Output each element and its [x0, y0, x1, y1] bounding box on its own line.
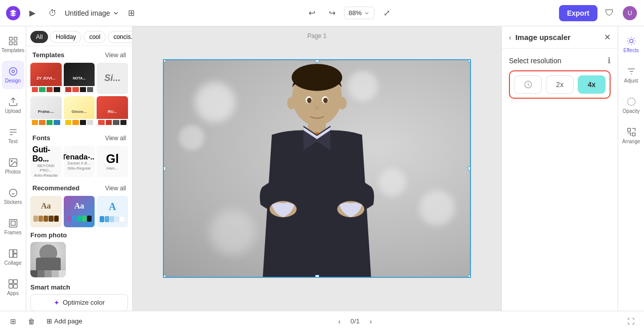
color-card-1[interactable]: Aa	[30, 196, 62, 227]
right-sidebar-adjust-label: Adjust	[624, 78, 638, 84]
logo-icon[interactable]	[6, 6, 20, 20]
sidebar-item-design[interactable]: Design	[2, 61, 24, 89]
right-sidebar-opacity[interactable]: Opacity	[620, 91, 642, 119]
add-page-button[interactable]: ⊞ Add page	[42, 314, 87, 328]
fonts-section-header: Fonts View all	[26, 129, 132, 144]
handle-mid-left[interactable]	[163, 167, 166, 171]
sidebar-item-upload[interactable]: Upload	[2, 91, 24, 119]
sidebar-item-text[interactable]: Text	[2, 121, 24, 150]
resolution-label: Select resolution	[509, 57, 562, 65]
fullscreen-button[interactable]: ⛶	[624, 314, 638, 328]
next-page-button[interactable]: ›	[364, 314, 378, 328]
zoom-fit-button[interactable]: ⤢	[378, 5, 395, 21]
handle-bottom-mid[interactable]	[315, 275, 319, 278]
color-card-2[interactable]: Aa	[64, 196, 95, 227]
fonts-grid: Guti-Bo... BEYOND PRO... Anto-Regular Te…	[26, 144, 132, 179]
template-card-5[interactable]: Glooo...	[64, 96, 95, 128]
topbar-center: ↩ ↪ 88% ⤢	[304, 5, 395, 21]
template-card-6[interactable]: RU...	[97, 96, 128, 128]
svg-rect-1	[14, 37, 17, 40]
svg-point-31	[627, 98, 635, 106]
svg-point-25	[307, 98, 312, 103]
template-card-3[interactable]: Si...	[97, 63, 128, 94]
color-swatches-3	[100, 216, 125, 222]
bottom-left: ⊞ 🗑 ⊞ Add page	[6, 314, 87, 328]
right-sidebar-arrange-label: Arrange	[622, 139, 640, 144]
right-sidebar-arrange[interactable]: Arrange	[620, 121, 642, 150]
fonts-view-all[interactable]: View all	[105, 135, 126, 142]
fonts-label: Fonts	[32, 134, 50, 142]
templates-view-all[interactable]: View all	[105, 52, 126, 59]
upscaler-close-button[interactable]: ✕	[604, 32, 611, 42]
export-button[interactable]: Export	[559, 5, 597, 21]
canvas-frame[interactable]: ⊡ ••• ↻	[163, 59, 471, 278]
play-button[interactable]: ▶	[24, 5, 40, 21]
layout-button[interactable]: ⊞	[123, 5, 140, 21]
filter-holiday[interactable]: Holiday	[50, 31, 81, 43]
font-display-2: Tenada-...	[64, 152, 95, 161]
optimize-color-button[interactable]: ✦ Optimize color	[30, 294, 128, 311]
upscaler-header-left: ‹ Image upscaler	[509, 33, 571, 42]
resolution-header: Select resolution ℹ	[509, 56, 611, 65]
right-sidebar-adjust[interactable]: Adjust	[620, 61, 642, 89]
prev-page-button[interactable]: ‹	[332, 314, 347, 328]
svg-rect-2	[9, 42, 12, 45]
filter-cool[interactable]: cool	[83, 31, 106, 43]
grid-toggle-button[interactable]: ⊞	[6, 314, 20, 328]
sidebar-item-templates[interactable]: Templates	[2, 30, 24, 59]
handle-top-mid[interactable]	[315, 59, 319, 62]
resolution-info-icon[interactable]: ℹ	[608, 56, 611, 65]
timer-button[interactable]: ⏱	[45, 5, 61, 21]
templates-grid: ZY JOVI... NOTA...	[26, 61, 132, 129]
font-card-3[interactable]: Gl Ham...	[97, 146, 128, 177]
font-sub-1: BEYOND PRO...	[32, 164, 60, 173]
sidebar-item-collage[interactable]: Collage	[2, 243, 24, 271]
topbar: ▶ ⏱ Untitled image ⊞ ↩ ↪ 88% ⤢ Export 🛡 …	[0, 0, 644, 26]
resolution-2x-button[interactable]: 2x	[546, 75, 574, 94]
sidebar-item-stickers[interactable]: Stickers	[2, 182, 24, 211]
filter-all[interactable]: All	[30, 31, 48, 43]
handle-top-right[interactable]	[468, 59, 471, 62]
resolution-none-button[interactable]	[514, 75, 542, 94]
handle-bottom-right[interactable]	[468, 275, 471, 278]
sidebar-item-apps[interactable]: Apps	[2, 273, 24, 302]
handle-top-left[interactable]	[163, 59, 166, 62]
upscaler-back-button[interactable]: ‹	[509, 33, 511, 42]
left-sidebar: Templates Design Upload Text Photos Stic…	[0, 26, 26, 311]
from-photo-header: From photo	[30, 231, 128, 242]
delete-page-button[interactable]: 🗑	[24, 314, 38, 328]
smart-match-label: Smart match	[30, 283, 128, 294]
sidebar-item-stickers-label: Stickers	[4, 199, 22, 205]
svg-point-5	[9, 68, 17, 75]
handle-mid-right[interactable]	[468, 167, 471, 171]
photo-thumbnail[interactable]	[30, 242, 66, 277]
sidebar-item-frames[interactable]: Frames	[2, 213, 24, 241]
zoom-control[interactable]: 88%	[344, 7, 374, 19]
color-card-3[interactable]: A	[97, 196, 128, 227]
template-card-2[interactable]: NOTA...	[64, 63, 95, 94]
page-label: Page 1	[307, 32, 326, 39]
font-sub-5: Ham...	[106, 167, 118, 171]
color-card-text-2: Aa	[74, 201, 84, 211]
user-avatar[interactable]: U	[622, 5, 638, 21]
right-sidebar: Effects Adjust Opacity Arrange	[618, 26, 644, 311]
font-card-2[interactable]: Tenada-... Zacbel X-E... Stilu-Regular	[64, 146, 95, 177]
font-card-1[interactable]: Guti-Bo... BEYOND PRO... Anto-Regular	[30, 146, 62, 177]
colors-view-all[interactable]: View all	[105, 185, 126, 192]
resolution-4x-button[interactable]: 4x	[578, 75, 606, 94]
color-card-text-1: Aa	[41, 201, 51, 211]
undo-button[interactable]: ↩	[304, 5, 320, 21]
template-card-1[interactable]: ZY JOVI...	[30, 63, 62, 94]
sidebar-item-photos[interactable]: Photos	[2, 152, 24, 180]
zoom-level: 88%	[349, 9, 362, 17]
doc-title-text: Untitled image	[65, 9, 110, 17]
redo-button[interactable]: ↪	[324, 5, 340, 21]
upscaler-header: ‹ Image upscaler ✕	[502, 26, 618, 49]
upscaler-body: Select resolution ℹ 2x 4x	[502, 49, 618, 106]
right-sidebar-effects[interactable]: Effects	[620, 30, 642, 59]
shield-button[interactable]: 🛡	[602, 5, 618, 21]
handle-bottom-left[interactable]	[163, 275, 166, 278]
filter-concis[interactable]: concis...	[108, 31, 133, 43]
doc-title-container[interactable]: Untitled image	[65, 9, 119, 17]
template-card-4[interactable]: Praha-...	[30, 96, 62, 128]
